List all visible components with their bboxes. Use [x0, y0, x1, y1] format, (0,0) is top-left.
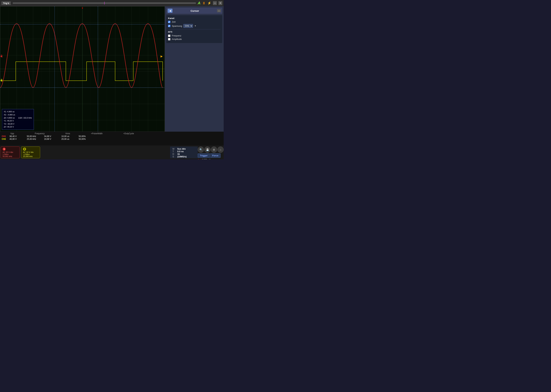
frequenz-checkbox[interactable]: [168, 35, 170, 37]
ch1-frequency: 50,001 kHz: [3, 155, 18, 157]
screen-icon-button[interactable]: ⊞: [211, 147, 217, 153]
ch1-frequency: 50,00 kHz: [27, 135, 42, 138]
measurements-header: Vpp Frequency Vrms +PulseWidth +DutyCycl…: [2, 132, 222, 135]
m-row: M 5us /div: [172, 147, 195, 150]
ch2-position-marker: ②: [0, 79, 2, 81]
ch2-frequency: 25,00 kHz: [27, 138, 42, 140]
ch2-divs: -1.0divs: [23, 153, 38, 155]
cursor-delta-x: ΔX: 9,800 us: [4, 116, 15, 119]
ch2-coupling: AC: [23, 151, 26, 153]
ch1-coupling: AC: [3, 151, 5, 153]
ch2-vrms: 19,68 V: [44, 138, 60, 140]
ch1-divs: 1.0divs: [3, 153, 18, 155]
channel-select[interactable]: CH1 CH2: [183, 24, 193, 28]
ch2-coupling-voltdiv: AC 10 V /div: [23, 151, 38, 153]
back-button[interactable]: ◀: [168, 9, 172, 13]
vrms-header: Vrms: [65, 132, 70, 135]
timeline-bar[interactable]: [13, 2, 196, 4]
pause-icon[interactable]: ⏸: [202, 1, 206, 5]
fft-label: FFT:: [168, 31, 220, 33]
ch1-vrms: 34,89 V: [44, 135, 60, 138]
ch1-measurements-row: CH1 98,40 V 50,00 kHz 34,89 V 10,00 us 5…: [2, 135, 222, 138]
ch2-number-badge: 2: [23, 147, 26, 151]
t-value: 0.0 ns: [177, 150, 184, 153]
lightning-icon: ⚡: [207, 1, 211, 5]
ch1-duty-cycle: 50,00%: [79, 135, 94, 138]
cursor-y1: Y1: 49,20 V: [4, 119, 32, 122]
ch1-info-box[interactable]: 1 AC 20 V /div 1.0divs 50,001 kHz: [1, 147, 20, 158]
panel-header: ◀ Cursor —: [166, 7, 222, 14]
icon-buttons-row: 🔍 💾 ⊞ ⌂: [198, 147, 224, 153]
cursor-inv-delta-x: 1/ΔX: 102,0 kHz: [18, 116, 32, 119]
d-value: 1k: [177, 153, 180, 155]
trig-status-badge: Trig'd: [1, 1, 11, 5]
ch2-info-box[interactable]: 2 AC 10 V /div -1.0divs 25,000 kHz: [21, 147, 40, 158]
cursor-delta-y: ΔY: 99,20 V: [4, 126, 32, 129]
cursor-y2: Y2: -50,00 V: [4, 122, 32, 126]
vpp-header: Vpp: [10, 132, 14, 135]
zeit-checkbox[interactable]: [168, 21, 170, 23]
oscilloscope-display[interactable]: ▼ ① ② X1: 4,900 us X2: -4,900 us ΔX: 9,8…: [0, 6, 165, 132]
cursor-info-box: X1: 4,900 us X2: -4,900 us ΔX: 9,800 us …: [2, 109, 34, 130]
m-value: 5us /div: [177, 147, 186, 150]
ch1-position-marker: ①: [0, 54, 2, 57]
home-icon-button[interactable]: ⌂: [217, 147, 224, 153]
minimize-panel-button[interactable]: —: [217, 9, 221, 12]
panel-content: Kanal: Zeit Spannung CH1 CH2 ▼ FFT: Freq…: [166, 15, 222, 43]
ch1-volt-div: 20 V /div: [6, 151, 13, 153]
duty-cycle-header: +DutyCycle: [123, 132, 134, 135]
dropdown-arrow-icon: ▼: [194, 25, 196, 27]
trig-ch1-value: 0,000 mV: [202, 159, 210, 160]
ch2-pulse-width: 20,00 us: [61, 138, 77, 140]
s-value: (10MS/s): [177, 155, 186, 158]
d-key: D: [172, 153, 176, 155]
trig-ch1-icon: ① ↗: [198, 158, 202, 159]
save-icon-button[interactable]: 💾: [204, 147, 211, 153]
panel-title: Cursor: [174, 9, 216, 12]
measurements-bar: Vpp Frequency Vrms +PulseWidth +DutyCycl…: [0, 132, 224, 146]
cursor-x1: X1: 4,900 us: [4, 110, 32, 113]
trigger-force-area: 🔍 💾 ⊞ ⌂ Trigger Force ① ↗ 0,000 mV ② ↗ 4…: [198, 147, 224, 158]
ch1-number-badge: 1: [3, 147, 6, 151]
main-area: ▼ ① ② X1: 4,900 us X2: -4,900 us ΔX: 9,8…: [0, 6, 224, 132]
ch2-measurements-row: CH2 40,00 V 25,00 kHz 19,68 V 20,00 us 5…: [2, 138, 222, 140]
ch2-vpp: 40,00 V: [9, 138, 25, 140]
bottom-status-bar: 1 AC 20 V /div 1.0divs 50,001 kHz 2 AC 1…: [0, 146, 224, 159]
ch1-pulse-width: 10,00 us: [61, 135, 77, 138]
t-row: T 0.0 ns: [172, 150, 195, 153]
t-key: T: [172, 150, 176, 153]
section-divider: [168, 29, 220, 29]
close-window-button[interactable]: ✕: [219, 1, 222, 5]
frequency-header: Frequency: [35, 132, 45, 135]
ch1-coupling-voltdiv: AC 20 V /div: [3, 151, 18, 153]
channel-a-label: A: [198, 1, 200, 5]
ch2-meas-label: CH2: [2, 138, 8, 140]
spannung-checkbox[interactable]: [168, 25, 170, 27]
amplitude-label: Amplitude: [172, 38, 182, 40]
ch2-frequency: 25,000 kHz: [23, 155, 38, 157]
timeline-position-marker: [104, 2, 105, 5]
s-key: S: [172, 155, 176, 158]
ch2-duty-cycle: 50,00%: [79, 138, 94, 140]
zeit-label: Zeit: [172, 21, 176, 23]
trigger-position-arrow: ▼: [81, 7, 84, 9]
mtds-status-area: M 5us /div T 0.0 ns D 1k S (10MS/s): [170, 147, 198, 158]
ch1-meas-label: CH1: [2, 135, 8, 138]
cursor-x2: X2: -4,900 us: [4, 113, 32, 116]
trigger-ch1-info-row: ① ↗ 0,000 mV: [198, 158, 224, 159]
spannung-label: Spannung: [172, 25, 182, 27]
zeit-row: Zeit: [168, 21, 220, 23]
amplitude-checkbox[interactable]: [168, 38, 170, 40]
search-icon-button[interactable]: 🔍: [198, 147, 204, 153]
spannung-row: Spannung CH1 CH2 ▼: [168, 24, 220, 28]
cursor-settings-panel: ◀ Cursor — Kanal: Zeit Spannung CH1 CH2 …: [165, 6, 224, 132]
top-bar: Trig'd A ⏸ ⚡ — ✕: [0, 0, 224, 6]
frequenz-label: Frequenz: [172, 34, 181, 37]
force-button[interactable]: Force: [210, 154, 220, 158]
frequenz-row: Frequenz: [168, 34, 220, 37]
minimize-window-button[interactable]: —: [213, 1, 217, 5]
s-row: S (10MS/s): [172, 155, 195, 158]
trigger-button[interactable]: Trigger: [198, 154, 210, 158]
ch2-volt-div: 10 V /div: [26, 151, 34, 153]
amplitude-row: Amplitude: [168, 38, 220, 40]
